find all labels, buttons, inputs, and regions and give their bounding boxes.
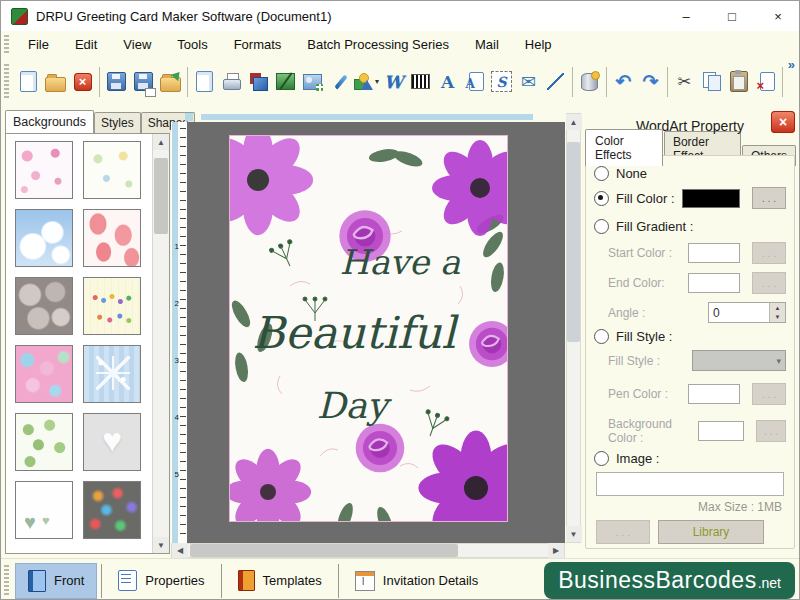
new-document-icon[interactable] [15, 65, 42, 99]
maximize-button[interactable]: □ [709, 1, 755, 31]
print-preview-icon[interactable] [191, 65, 218, 99]
print-icon[interactable] [218, 65, 245, 99]
image-radio[interactable] [594, 451, 609, 466]
mail-icon[interactable]: ✉ [515, 65, 542, 99]
start-color-field[interactable] [688, 243, 740, 263]
thumbnail-leaf-hearts[interactable] [15, 481, 73, 539]
close-document-icon[interactable]: × [69, 65, 96, 99]
pen-color-field[interactable] [688, 384, 740, 404]
panel-close-button[interactable]: × [771, 111, 795, 133]
thumbnail-gray-stones[interactable] [15, 277, 73, 335]
spinner-down-icon[interactable]: ▼ [770, 313, 785, 323]
cut-icon[interactable]: ✂ [671, 65, 698, 99]
card-text-line3: Day [317, 385, 392, 426]
database-icon[interactable] [576, 65, 603, 99]
undo-icon[interactable]: ↶ [610, 65, 637, 99]
fill-gradient-radio[interactable] [594, 219, 609, 234]
menu-edit[interactable]: Edit [62, 33, 110, 56]
menu-view[interactable]: View [110, 33, 164, 56]
menu-batch-processing-series[interactable]: Batch Processing Series [294, 33, 462, 56]
canvas-horizontal-scrollbar[interactable]: ◀ ▶ [171, 543, 565, 558]
library-button[interactable]: Library [658, 520, 764, 544]
scroll-right-icon[interactable]: ▶ [548, 543, 564, 559]
thumbnail-pink-floral[interactable] [15, 345, 73, 403]
thumbnail-snowflakes[interactable] [83, 345, 141, 403]
background-color-browse-button[interactable]: . . . [756, 420, 786, 442]
menu-file[interactable]: File [15, 33, 62, 56]
tab-front[interactable]: Front [15, 563, 97, 599]
start-color-browse-button[interactable]: . . . [752, 242, 786, 264]
scroll-down-icon[interactable]: ▼ [566, 526, 582, 542]
toolbar-overflow-chevron[interactable]: » [788, 57, 795, 72]
text-document-icon[interactable]: A [461, 65, 488, 99]
thumbnail-white-flower-heart[interactable] [83, 413, 141, 471]
menu-tools[interactable]: Tools [164, 33, 220, 56]
open-file-icon[interactable] [42, 65, 69, 99]
insert-image-icon[interactable] [299, 65, 326, 99]
export-icon[interactable] [157, 65, 184, 99]
thumbnails-scrollbar[interactable]: ▲ ▼ [152, 134, 169, 553]
end-color-browse-button[interactable]: . . . [752, 272, 786, 294]
bottom-bar-grip [4, 565, 9, 595]
close-button[interactable]: × [755, 1, 800, 31]
copy-icon[interactable] [698, 65, 725, 99]
tab-templates[interactable]: Templates [226, 564, 334, 597]
shapes-icon[interactable]: ▾ [353, 65, 380, 99]
line-tool-icon[interactable] [542, 65, 569, 99]
scroll-thumb[interactable] [567, 142, 580, 342]
fill-style-radio[interactable] [594, 329, 609, 344]
save-as-icon[interactable] [130, 65, 157, 99]
thumbnail-pink-doodles[interactable] [15, 141, 73, 199]
menu-mail[interactable]: Mail [462, 33, 512, 56]
fill-color-browse-button[interactable]: . . . [752, 187, 786, 209]
pen-tool-icon[interactable] [326, 65, 353, 99]
edit-background-icon[interactable] [272, 65, 299, 99]
background-color-field[interactable] [698, 421, 744, 441]
scroll-thumb[interactable] [154, 158, 168, 234]
fill-color-swatch[interactable] [682, 189, 740, 208]
thumbnail-pastel-doodles[interactable] [83, 141, 141, 199]
thumbnail-confetti-dots[interactable] [83, 277, 141, 335]
scroll-track[interactable] [188, 544, 548, 557]
scroll-up-icon[interactable]: ▲ [566, 114, 582, 130]
scroll-up-icon[interactable]: ▲ [153, 134, 169, 150]
scroll-track[interactable] [567, 130, 580, 526]
paste-icon[interactable] [725, 65, 752, 99]
delete-icon[interactable]: × [752, 65, 779, 99]
scroll-track[interactable] [153, 150, 169, 537]
redo-icon[interactable]: ↷ [637, 65, 664, 99]
wordart-icon[interactable]: W [380, 65, 407, 99]
end-color-field[interactable] [688, 273, 740, 293]
scroll-down-icon[interactable]: ▼ [153, 537, 169, 553]
tab-styles[interactable]: Styles [94, 112, 141, 133]
canvas-vertical-scrollbar[interactable]: ▲ ▼ [566, 113, 581, 543]
thumbnail-green-trees[interactable] [15, 413, 73, 471]
thumbnail-strawberries[interactable] [83, 209, 141, 267]
minimize-button[interactable]: – [663, 1, 709, 31]
fill-color-radio[interactable] [594, 191, 609, 206]
barcode-icon[interactable] [407, 65, 434, 99]
tab-properties[interactable]: Properties [106, 564, 216, 597]
scroll-thumb[interactable] [190, 544, 458, 557]
greeting-card-preview[interactable]: Have a Beautiful Day [229, 135, 508, 522]
signature-icon[interactable]: S [488, 65, 515, 99]
menu-help[interactable]: Help [512, 33, 565, 56]
pen-color-browse-button[interactable]: . . . [752, 383, 786, 405]
tab-color-effects[interactable]: Color Effects [585, 129, 663, 166]
scroll-left-icon[interactable]: ◀ [172, 543, 188, 559]
spinner-up-icon[interactable]: ▲ [770, 303, 785, 313]
tab-backgrounds[interactable]: Backgrounds [5, 110, 94, 133]
save-icon[interactable] [103, 65, 130, 99]
tab-invitation-details[interactable]: Invitation Details [343, 565, 490, 597]
end-color-label: End Color: [608, 276, 665, 290]
thumbnail-sky-clouds[interactable] [15, 209, 73, 267]
angle-spinner[interactable]: 0 ▲ ▼ [708, 302, 786, 323]
image-path-field[interactable] [596, 472, 784, 496]
thumbnail-fireworks[interactable] [83, 481, 141, 539]
text-icon[interactable]: A [434, 65, 461, 99]
fill-style-dropdown[interactable]: ▾ [692, 350, 786, 371]
menu-formats[interactable]: Formats [221, 33, 295, 56]
image-browse-button[interactable]: . . . [596, 520, 650, 544]
none-radio[interactable] [594, 166, 609, 181]
copy-style-icon[interactable] [245, 65, 272, 99]
